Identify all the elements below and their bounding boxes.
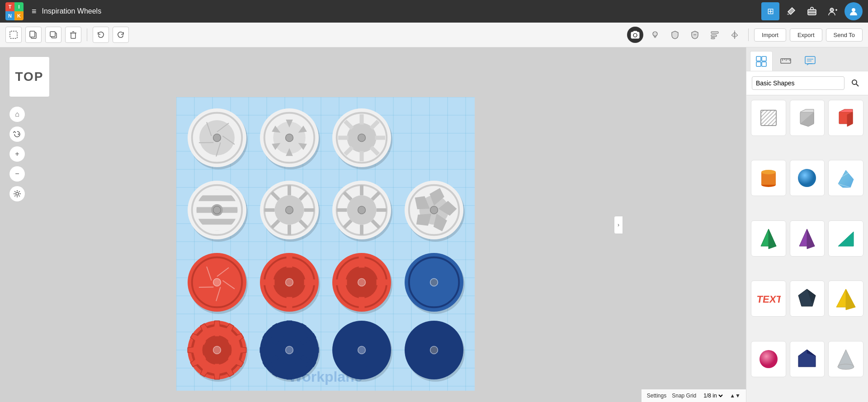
avatar-button[interactable] bbox=[844, 2, 863, 20]
zoom-out-button[interactable]: − bbox=[9, 166, 25, 182]
toolbar: Import Export Send To bbox=[0, 23, 868, 47]
logo-i: I bbox=[14, 2, 24, 11]
bulb-icon-btn[interactable] bbox=[647, 27, 663, 43]
add-user-button[interactable] bbox=[824, 2, 842, 20]
gear-button[interactable] bbox=[9, 186, 25, 202]
tab-grid[interactable] bbox=[750, 51, 773, 71]
shapes-grid: TEXT bbox=[746, 95, 868, 402]
view-cube[interactable]: TOP bbox=[9, 56, 50, 97]
svg-rect-20 bbox=[711, 32, 718, 33]
shape-navy-prism[interactable] bbox=[790, 341, 825, 377]
status-bar: Settings Snap Grid 1/8 in 1/4 in 1/2 in … bbox=[642, 389, 746, 402]
shape-blue-mesh[interactable] bbox=[828, 160, 863, 196]
svg-point-61 bbox=[760, 350, 778, 368]
svg-text:TEXT: TEXT bbox=[756, 294, 781, 305]
shape-orange-cylinder[interactable] bbox=[751, 160, 786, 196]
shield2-icon-btn[interactable] bbox=[687, 27, 703, 43]
collapse-right-panel-button[interactable]: › bbox=[614, 216, 623, 234]
snap-grid-select[interactable]: 1/8 in 1/4 in 1/2 in 1 in bbox=[702, 392, 724, 399]
svg-rect-12 bbox=[71, 33, 75, 38]
workplane-canvas[interactable] bbox=[176, 97, 475, 391]
copy-button[interactable] bbox=[25, 27, 42, 43]
shape-red-box[interactable] bbox=[828, 100, 863, 136]
svg-rect-28 bbox=[756, 56, 761, 61]
home-button[interactable]: ⌂ bbox=[9, 106, 25, 122]
svg-point-18 bbox=[653, 32, 657, 36]
logo-t: T bbox=[5, 2, 14, 11]
settings-label: Settings bbox=[647, 393, 666, 399]
shape-teal-wedge[interactable] bbox=[828, 220, 863, 257]
shape-dark-pentagon[interactable] bbox=[790, 280, 825, 317]
svg-rect-11 bbox=[50, 32, 55, 37]
snap-arrows[interactable]: ▲▼ bbox=[730, 393, 741, 399]
import-button[interactable]: Import bbox=[754, 28, 786, 42]
deselect-button[interactable] bbox=[5, 27, 22, 43]
briefcase-button[interactable] bbox=[803, 2, 821, 20]
duplicate-button[interactable] bbox=[45, 27, 61, 43]
workplane-wrapper bbox=[176, 97, 475, 391]
send-to-button[interactable]: Send To bbox=[826, 28, 863, 42]
svg-rect-32 bbox=[781, 59, 791, 63]
shapes-category-dropdown[interactable]: Basic Shapes bbox=[752, 76, 844, 90]
shape-pink-sphere[interactable] bbox=[751, 341, 786, 377]
svg-marker-53 bbox=[769, 229, 776, 249]
svg-point-26 bbox=[18, 134, 19, 135]
shape-gray-cone[interactable] bbox=[828, 341, 863, 377]
mirror-icon-btn[interactable] bbox=[726, 27, 743, 43]
topbar-right: ⊞ bbox=[761, 2, 863, 20]
svg-marker-25 bbox=[735, 32, 738, 37]
zoom-in-button[interactable]: + bbox=[9, 146, 25, 162]
app-title: Inspiration Wheels bbox=[42, 7, 756, 15]
shape-striped-cube[interactable] bbox=[751, 100, 786, 136]
svg-rect-38 bbox=[805, 56, 815, 64]
svg-rect-44 bbox=[761, 110, 776, 126]
shape-green-pyramid[interactable] bbox=[751, 220, 786, 257]
export-button[interactable]: Export bbox=[790, 28, 822, 42]
svg-marker-24 bbox=[731, 32, 735, 37]
view-cube-label: TOP bbox=[15, 70, 43, 84]
undo-button[interactable] bbox=[93, 27, 109, 43]
svg-point-41 bbox=[852, 80, 857, 84]
snap-label: Snap Grid bbox=[672, 393, 696, 399]
svg-line-42 bbox=[856, 84, 859, 86]
redo-button[interactable] bbox=[113, 27, 129, 43]
svg-marker-60 bbox=[846, 289, 855, 310]
tab-ruler[interactable] bbox=[774, 51, 797, 71]
svg-rect-29 bbox=[762, 56, 766, 61]
menu-icon[interactable]: ≡ bbox=[32, 7, 37, 16]
top-bar: T I N K ≡ Inspiration Wheels ⊞ bbox=[0, 0, 868, 23]
svg-rect-9 bbox=[30, 31, 35, 37]
toolbar-right: Import Export Send To bbox=[627, 27, 863, 43]
viewport[interactable]: TOP ⌂ + − bbox=[0, 47, 746, 402]
shape-blue-sphere[interactable] bbox=[790, 160, 825, 196]
shapes-search-button[interactable] bbox=[848, 76, 863, 90]
logo-n: N bbox=[5, 11, 14, 20]
svg-point-51 bbox=[798, 169, 816, 187]
svg-rect-21 bbox=[711, 35, 717, 37]
delete-button[interactable] bbox=[65, 27, 81, 43]
svg-rect-30 bbox=[756, 62, 761, 66]
shape-yellow-pyramid[interactable] bbox=[828, 280, 863, 317]
shape-purple-pyramid[interactable] bbox=[790, 220, 825, 257]
shape-gray-box[interactable] bbox=[790, 100, 825, 136]
align-icon-btn[interactable] bbox=[707, 27, 723, 43]
svg-rect-7 bbox=[10, 31, 17, 38]
right-panel-tabs bbox=[746, 47, 868, 71]
tab-chat[interactable] bbox=[799, 51, 821, 71]
logo-k: K bbox=[14, 11, 24, 20]
tinkercad-logo[interactable]: T I N K bbox=[5, 2, 24, 20]
shapes-header: Basic Shapes bbox=[746, 71, 868, 95]
camera-icon-btn[interactable] bbox=[627, 27, 643, 43]
svg-point-66 bbox=[838, 364, 854, 369]
svg-rect-31 bbox=[762, 62, 766, 66]
svg-point-3 bbox=[830, 8, 834, 12]
rotate-button[interactable] bbox=[9, 126, 25, 142]
svg-rect-17 bbox=[633, 31, 637, 33]
svg-marker-55 bbox=[807, 229, 815, 249]
svg-point-50 bbox=[761, 170, 776, 174]
shield-icon-btn[interactable] bbox=[667, 27, 683, 43]
shape-red-text[interactable]: TEXT bbox=[751, 280, 786, 317]
grid-view-button[interactable]: ⊞ bbox=[761, 2, 779, 20]
left-controls: ⌂ + − bbox=[9, 106, 25, 202]
hammer-button[interactable] bbox=[782, 2, 800, 20]
